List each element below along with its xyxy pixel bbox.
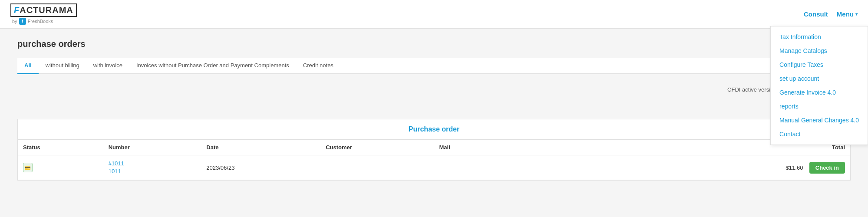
row-number: #10111011 — [103, 155, 201, 180]
col-date: Date — [201, 140, 320, 155]
tab-with-invoice[interactable]: with invoice — [86, 58, 129, 74]
purchase-order-table-container: Purchase order Status Number Date Custom… — [17, 119, 851, 181]
row-customer — [320, 155, 434, 180]
table-header-row: Status Number Date Customer Mail Total — [18, 140, 850, 155]
facturama-logo: FACTURAMA — [10, 3, 77, 17]
tab-credit-notes[interactable]: Credit notes — [296, 58, 340, 74]
logo-box: FACTURAMA — [10, 3, 77, 17]
dropdown-item-generate-invoice[interactable]: Generate Invoice 4.0 — [771, 85, 868, 99]
row-total: $11.60 Check in — [725, 155, 850, 180]
total-amount: $11.60 — [786, 164, 803, 171]
col-number: Number — [103, 140, 201, 155]
col-mail: Mail — [434, 140, 726, 155]
consult-nav[interactable]: Consult — [804, 10, 828, 18]
col-customer: Customer — [320, 140, 434, 155]
order-number-link[interactable]: #10111011 — [109, 160, 196, 175]
by-label: by — [12, 19, 17, 24]
dropdown-item-manage-catalogs[interactable]: Manage Catalogs — [771, 44, 868, 58]
dropdown-item-tax-info[interactable]: Tax Information — [771, 30, 868, 44]
freshbooks-byline: by f FreshBooks — [12, 18, 53, 25]
row-date: 2023/06/23 — [201, 155, 320, 180]
logo-area: FACTURAMA by f FreshBooks — [10, 3, 77, 25]
row-mail — [434, 155, 726, 180]
receipt-icon: 💳 — [23, 163, 33, 172]
row-status: 💳 — [18, 155, 103, 180]
dropdown-item-reports[interactable]: reports — [771, 99, 868, 113]
check-in-button[interactable]: Check in — [809, 162, 845, 174]
menu-caret-icon: ▾ — [855, 12, 858, 16]
header-nav: Consult Menu ▾ — [804, 10, 858, 18]
menu-nav[interactable]: Menu ▾ — [837, 10, 858, 18]
dropdown-item-manual-changes[interactable]: Manual General Changes 4.0 — [771, 113, 868, 127]
main-header: FACTURAMA by f FreshBooks Consult Menu ▾… — [0, 0, 868, 29]
page-title: purchase orders — [17, 39, 851, 49]
freshbooks-label: FreshBooks — [28, 19, 53, 24]
dropdown-menu: Tax Information Manage Catalogs Configur… — [770, 26, 868, 145]
table-title: Purchase order — [18, 119, 850, 140]
search-area: CFDI active version: 40 More search opti… — [17, 81, 851, 98]
col-status: Status — [18, 140, 103, 155]
tab-invoices-without-po[interactable]: Invoices without Purchase Order and Paym… — [129, 58, 296, 74]
purchase-order-table: Status Number Date Customer Mail Total 💳… — [18, 140, 850, 180]
table-row: 💳 #10111011 2023/06/23 $11.60 Check in — [18, 155, 850, 180]
main-content: purchase orders All without billing with… — [0, 29, 868, 191]
pagination-area: Page 1 < > of 1 — [17, 102, 851, 114]
tab-all[interactable]: All — [17, 58, 39, 74]
tabs-bar: All without billing with invoice Invoice… — [17, 58, 851, 74]
dropdown-item-configure-taxes[interactable]: Configure Taxes — [771, 58, 868, 72]
dropdown-item-contact[interactable]: Contact — [771, 127, 868, 141]
freshbooks-icon: f — [19, 18, 26, 25]
tab-without-billing[interactable]: without billing — [39, 58, 86, 74]
dropdown-item-set-up-account[interactable]: set up account — [771, 72, 868, 85]
